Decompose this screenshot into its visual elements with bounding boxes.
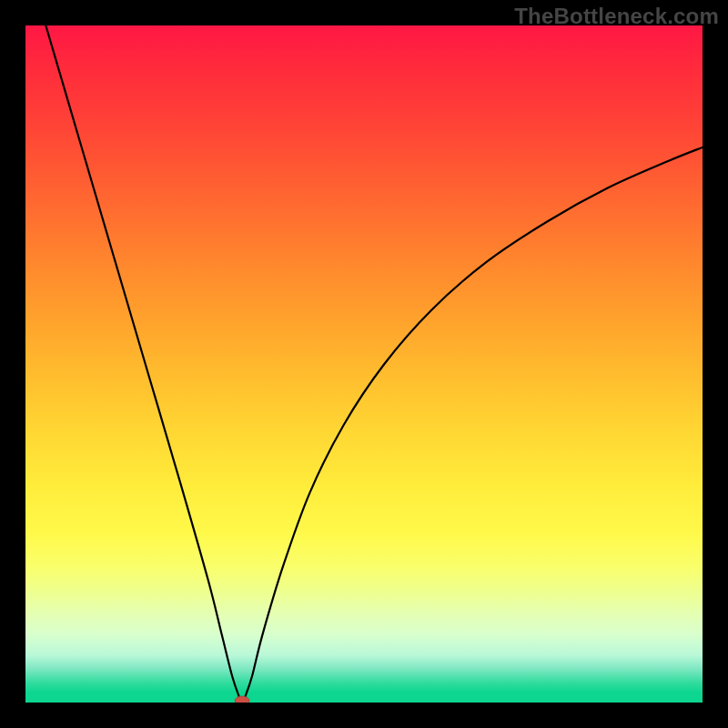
curve-layer — [25, 25, 703, 703]
plot-area — [25, 25, 703, 703]
bottleneck-curve — [46, 25, 703, 703]
watermark-text: TheBottleneck.com — [514, 4, 719, 29]
chart-frame: TheBottleneck.com — [0, 0, 728, 728]
minimum-marker — [235, 696, 249, 703]
